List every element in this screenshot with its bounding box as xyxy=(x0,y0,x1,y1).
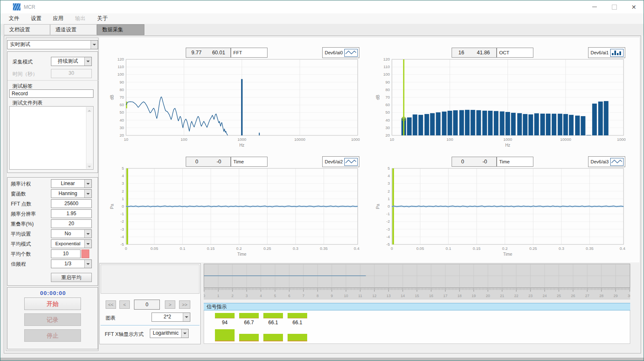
octave-label: 倍频程 xyxy=(11,261,26,268)
fft-xaxis-mode-select[interactable]: Logarithmic xyxy=(150,329,189,338)
tabstrip: 文档设置 通道设置 数据采集 xyxy=(0,24,644,36)
avg-count-status-swatch xyxy=(81,249,89,258)
nav-page-input[interactable]: 0 xyxy=(134,300,160,310)
signal-level-bar xyxy=(215,313,235,318)
nav-first-button[interactable]: << xyxy=(106,300,116,309)
oct-plot[interactable]: 2030405060708090100110120101001000100001… xyxy=(374,55,626,152)
svg-text:20: 20 xyxy=(385,133,390,137)
fft-plot[interactable]: 2030405060708090100110120101001000100001… xyxy=(108,55,360,152)
chevron-down-icon[interactable] xyxy=(183,313,190,321)
signal-value: 66.1 xyxy=(263,320,283,325)
menu-file[interactable]: 文件 xyxy=(3,15,25,22)
svg-text:16: 16 xyxy=(429,294,433,298)
svg-text:-5: -5 xyxy=(121,242,124,247)
svg-text:20: 20 xyxy=(119,133,124,137)
avg-setting-value: No xyxy=(51,230,84,238)
acquisition-group: 采集模式 持续测试 时间（秒） 30 测试标签 Record 测试文件列表 xyxy=(7,51,98,173)
file-list-scrollbar[interactable] xyxy=(86,107,93,169)
chevron-down-icon[interactable] xyxy=(84,190,91,198)
menu-settings[interactable]: 设置 xyxy=(25,15,47,22)
chevron-down-icon[interactable] xyxy=(181,329,188,338)
scroll-up-icon[interactable] xyxy=(86,107,92,112)
time1-channel-name: Dev6/ai2 xyxy=(325,159,343,164)
chart-layout-select[interactable]: 2*2 xyxy=(152,313,190,322)
freq-weighting-select[interactable]: Linear xyxy=(51,179,92,188)
svg-text:5: 5 xyxy=(388,166,390,170)
svg-text:Time: Time xyxy=(237,252,247,257)
svg-text:2: 2 xyxy=(122,189,124,193)
svg-text:90: 90 xyxy=(119,80,124,84)
svg-text:1000: 1000 xyxy=(503,137,512,142)
svg-text:100000: 100000 xyxy=(617,137,626,142)
tab-document-settings[interactable]: 文档设置 xyxy=(4,24,50,35)
svg-text:27: 27 xyxy=(585,294,589,298)
test-label-input[interactable]: Record xyxy=(9,89,93,98)
avg-mode-select[interactable]: Exponential xyxy=(51,239,92,248)
titlebar: MCR ✕ xyxy=(0,0,644,13)
maximize-button[interactable] xyxy=(604,0,624,13)
svg-text:9: 9 xyxy=(331,294,333,298)
svg-text:-5: -5 xyxy=(386,242,390,247)
svg-text:28: 28 xyxy=(599,294,604,298)
time1-plot[interactable]: -5-4-3-2-101234500.050.10.150.20.250.30.… xyxy=(108,164,360,261)
chevron-down-icon[interactable] xyxy=(84,230,91,238)
test-mode-select[interactable]: 实时测试 xyxy=(7,40,98,49)
oct-cursor-x: 16 xyxy=(458,50,464,56)
octave-select[interactable]: 1/3 xyxy=(51,259,92,268)
svg-text:21: 21 xyxy=(500,294,504,298)
menu-application[interactable]: 应用 xyxy=(47,15,69,22)
window-fn-select[interactable]: Hanning xyxy=(51,189,92,198)
signal-meter xyxy=(288,334,307,341)
close-button[interactable]: ✕ xyxy=(624,0,644,13)
signal-value: 94 xyxy=(215,320,235,325)
svg-text:0.41: 0.41 xyxy=(354,246,360,251)
nav-last-button[interactable]: >> xyxy=(179,300,190,309)
svg-text:30: 30 xyxy=(119,125,124,130)
svg-text:8: 8 xyxy=(316,294,318,298)
nav-prev-button[interactable]: < xyxy=(119,300,130,309)
signal-value: 66.1 xyxy=(288,320,307,325)
tab-data-acquisition[interactable]: 数据采集 xyxy=(97,24,144,35)
test-file-listbox[interactable] xyxy=(9,106,93,170)
signal-level-bar xyxy=(239,313,259,318)
scroll-down-icon[interactable] xyxy=(86,163,92,169)
nav-next-button[interactable]: > xyxy=(165,300,175,309)
minimize-button[interactable] xyxy=(585,0,604,13)
avg-count-input[interactable]: 10 xyxy=(51,249,81,258)
fft-cursor-y: 60.01 xyxy=(212,50,225,56)
chevron-down-icon[interactable] xyxy=(91,41,98,49)
menu-about[interactable]: 关于 xyxy=(91,15,114,22)
time2-plot[interactable]: -5-4-3-2-101234500.050.10.150.20.250.30.… xyxy=(374,164,626,261)
avg-setting-select[interactable]: No xyxy=(51,229,92,238)
overlap-input[interactable]: 20 xyxy=(51,219,92,228)
chevron-down-icon[interactable] xyxy=(84,180,91,188)
chevron-down-icon[interactable] xyxy=(84,260,91,268)
window-title: MCR xyxy=(24,4,35,10)
restart-average-button[interactable]: 重启平均 xyxy=(51,273,92,282)
menubar: 文件 设置 应用 输出 关于 xyxy=(0,13,644,24)
elapsed-timer: 00:00:00 xyxy=(8,290,98,296)
signal-value: 66.7 xyxy=(239,320,259,325)
chevron-down-icon[interactable] xyxy=(84,57,91,66)
tab-channel-settings[interactable]: 通道设置 xyxy=(50,24,97,35)
fft-points-input[interactable]: 25600 xyxy=(51,199,92,208)
svg-text:12: 12 xyxy=(372,294,376,298)
freq-resolution-input[interactable]: 1.95 xyxy=(51,209,92,218)
octave-value: 1/3 xyxy=(51,260,84,268)
status-box xyxy=(101,264,200,294)
sidebar: 实时测试 采集模式 持续测试 时间（秒） 30 测试标签 Record 测试文件… xyxy=(6,38,98,351)
freq-resolution-label: 频率分辨率 xyxy=(11,211,36,218)
acq-mode-select[interactable]: 持续测试 xyxy=(51,57,92,66)
chevron-down-icon[interactable] xyxy=(84,240,91,248)
signal-meter xyxy=(263,334,283,341)
svg-text:10000: 10000 xyxy=(294,137,305,142)
svg-text:0.2: 0.2 xyxy=(502,246,508,251)
svg-text:0: 0 xyxy=(391,246,393,251)
svg-text:5: 5 xyxy=(122,166,124,170)
svg-text:4: 4 xyxy=(388,173,390,178)
avg-setting-label: 平均设置 xyxy=(11,231,31,238)
time1-cursor-y: -0 xyxy=(217,159,221,165)
fft-points-label: FFT 点数 xyxy=(11,201,31,208)
start-button[interactable]: 开始 xyxy=(24,297,81,310)
svg-text:-4: -4 xyxy=(386,234,390,239)
